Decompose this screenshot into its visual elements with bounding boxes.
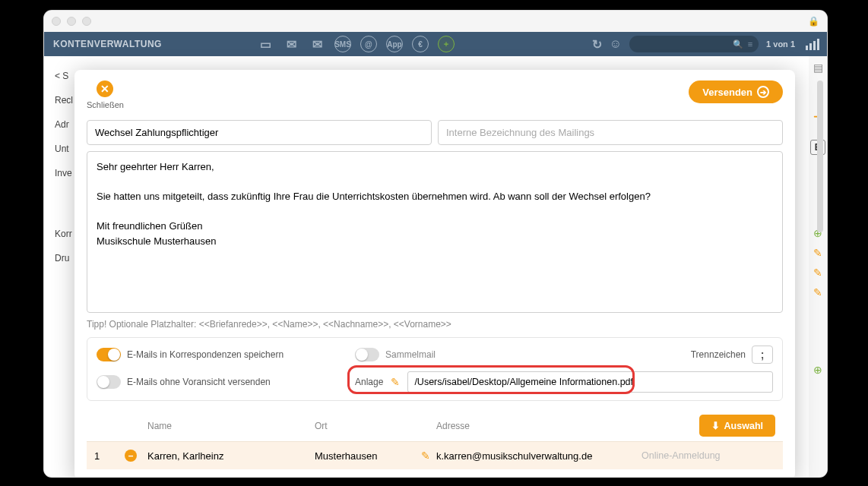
options-panel: E-Mails in Korrespondenzen speichern Sam… [87,337,783,401]
mail-icon[interactable]: ✉ [283,36,299,52]
placeholder-hint: Tipp! Optionale Platzhalter: <<Briefanre… [87,319,783,330]
auswahl-label: Auswahl [724,421,763,431]
toggle-save[interactable] [97,348,121,361]
monitor-icon[interactable]: ▭ [257,36,274,52]
separator-input[interactable]: ; [752,346,773,364]
search-icon: 🔍 [733,39,743,49]
opt-noview-row: E-Mails ohne Voransicht versenden [97,375,355,389]
attachment-row: Anlage ✎ [355,371,773,393]
toolbar-right: ↻ ☺ 🔍 ≡ 1 von 1 [592,36,819,52]
download-icon: ⬇ [711,420,720,431]
row-email: k.karren@musikschulverwaltung.de [436,450,634,462]
zoom-window-icon[interactable] [82,17,91,26]
sms-icon[interactable]: SMS [334,36,351,52]
euro-icon[interactable]: € [412,36,429,52]
separator-label: Trennzeichen [691,349,746,360]
signal-icon [806,38,819,50]
send-label: Versenden [702,87,752,98]
search-input[interactable]: 🔍 ≡ [629,36,759,52]
toggle-noview[interactable] [97,375,121,389]
toolbar-icons: ▭ ✉ ✉ SMS @ App € ＋ [257,36,455,52]
record-count: 1 von 1 [766,39,795,49]
table-header: Name Ort Adresse ⬇ Auswahl [87,410,783,441]
row-index: 1 [94,450,125,462]
close-label: Schließen [87,100,124,109]
body-textarea[interactable]: Sehr geehrter Herr Karren, Sie hatten un… [87,151,783,313]
opt-noview-label: E-Mails ohne Voransicht versenden [127,377,271,387]
pencil-icon[interactable]: ✎ [421,450,436,462]
col-ort: Ort [315,421,436,431]
at-icon[interactable]: @ [360,36,377,52]
pencil-icon[interactable]: ✎ [391,376,400,388]
app-icon[interactable]: App [386,36,403,52]
attachment-input[interactable] [407,371,773,393]
close-window-icon[interactable] [52,17,61,26]
attachment-label: Anlage [355,377,383,387]
module-title: KONTENVERWALTUNG [53,39,162,49]
auswahl-button[interactable]: ⬇ Auswahl [699,415,775,437]
send-button[interactable]: Versenden ➔ [689,80,783,103]
opt-sammel-label: Sammelmail [385,349,436,360]
titlebar: 🔒 [44,11,827,32]
row-ort: Musterhausen [315,450,421,462]
doc-icon[interactable]: ▤ [811,61,825,74]
opt-save-label: E-Mails in Korrespondenzen speichern [127,349,284,360]
col-adresse: Adresse [436,421,634,431]
traffic-lights[interactable] [52,17,91,26]
subject-input[interactable] [87,120,432,145]
mailing-name-input[interactable] [438,120,783,145]
add-icon[interactable]: ＋ [438,36,455,52]
mail2-icon[interactable]: ✉ [309,36,325,52]
row-tag: Online-Anmeldung [634,450,721,461]
arrow-right-icon: ➔ [757,86,769,98]
close-button[interactable]: ✕ Schließen [87,80,124,109]
list-icon: ≡ [748,39,752,49]
table-row[interactable]: 1 – Karren, Karlheinz Musterhausen ✎ k.k… [87,441,783,469]
row-name: Karren, Karlheinz [147,450,315,462]
mailing-modal: ✕ Schließen Versenden ➔ Sehr geehrter He… [74,70,795,477]
opt-save-row: E-Mails in Korrespondenzen speichern [97,348,355,361]
toggle-sammel[interactable] [355,348,379,361]
opt-sammel-row: Sammelmail [355,348,691,361]
recipient-table: Name Ort Adresse ⬇ Auswahl 1 – Karren, K… [87,410,783,469]
user-icon[interactable]: ☺ [610,37,622,51]
lock-icon: 🔒 [808,16,819,27]
col-name: Name [147,421,315,431]
main-toolbar: KONTENVERWALTUNG ▭ ✉ ✉ SMS @ App € ＋ ↻ ☺… [44,32,827,56]
app-window: 🔒 KONTENVERWALTUNG ▭ ✉ ✉ SMS @ App € ＋ ↻… [44,11,827,477]
separator-row: Trennzeichen ; [691,346,773,364]
remove-icon[interactable]: – [125,450,137,462]
refresh-icon[interactable]: ↻ [592,37,602,52]
minimize-window-icon[interactable] [67,17,76,26]
close-icon: ✕ [97,80,113,97]
scrollbar[interactable] [816,80,824,399]
